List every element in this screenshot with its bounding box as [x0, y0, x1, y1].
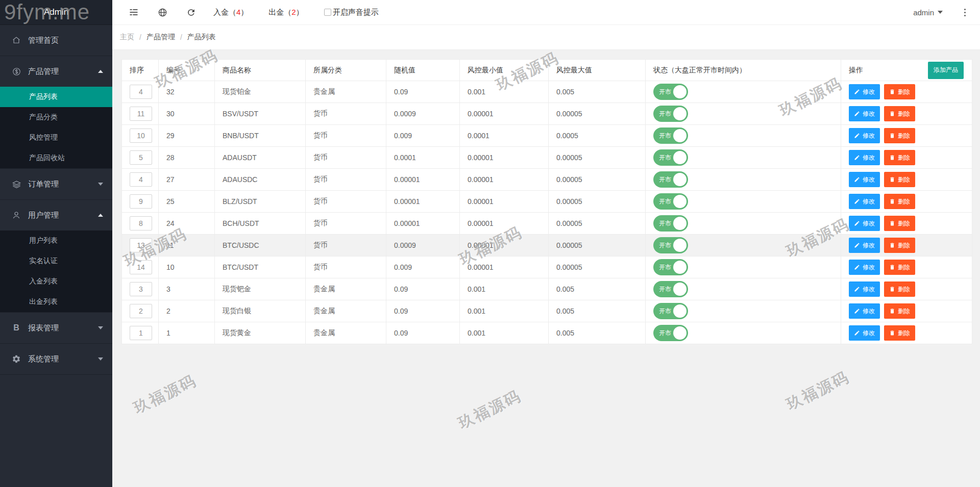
delete-button[interactable]: 删除 — [884, 172, 915, 187]
cell-risk-max: 0.005 — [549, 81, 646, 103]
status-toggle[interactable]: 开市 — [653, 106, 688, 122]
edit-button[interactable]: 修改 — [849, 128, 880, 143]
sort-input[interactable] — [130, 304, 152, 318]
sidebar-item-1[interactable]: 产品管理 — [0, 56, 112, 87]
edit-button[interactable]: 修改 — [849, 325, 880, 341]
sidebar-item-3[interactable]: 用户管理 — [0, 200, 112, 230]
sidebar-subitem[interactable]: 实名认证 — [0, 251, 112, 271]
delete-button[interactable]: 删除 — [884, 150, 915, 165]
delete-button[interactable]: 删除 — [884, 303, 915, 319]
collapse-sidebar-icon[interactable] — [128, 6, 140, 18]
delete-button[interactable]: 删除 — [884, 106, 915, 121]
status-toggle[interactable]: 开市 — [653, 281, 688, 297]
sidebar-subitem-label: 产品列表 — [29, 92, 58, 101]
pencil-icon — [854, 89, 860, 95]
cell-random: 0.0009 — [386, 103, 460, 125]
cell-risk-min: 0.0001 — [460, 125, 549, 147]
status-toggle[interactable]: 开市 — [653, 127, 688, 144]
status-toggle[interactable]: 开市 — [653, 193, 688, 210]
deposit-link[interactable]: 入金（4） — [213, 8, 248, 17]
delete-button[interactable]: 删除 — [884, 260, 915, 275]
sidebar-subitem[interactable]: 风控管理 — [0, 127, 112, 148]
user-menu[interactable]: admin — [913, 8, 943, 17]
cell-risk-min: 0.001 — [460, 278, 549, 300]
sort-input[interactable] — [130, 85, 152, 99]
edit-button[interactable]: 修改 — [849, 194, 880, 209]
delete-button[interactable]: 删除 — [884, 281, 915, 297]
sidebar-item-0[interactable]: 管理首页 — [0, 25, 112, 56]
withdraw-link[interactable]: 出金（2） — [268, 8, 303, 17]
sidebar-item-2[interactable]: 订单管理 — [0, 169, 112, 199]
edit-button[interactable]: 修改 — [849, 172, 880, 187]
edit-button[interactable]: 修改 — [849, 216, 880, 231]
cell-random: 0.009 — [386, 125, 460, 147]
table-header-row: 排序 编号 商品名称 所属分类 随机值 风控最小值 风控最大值 状态（大盘正常开… — [122, 60, 972, 81]
sort-input[interactable] — [130, 326, 152, 340]
sort-input[interactable] — [130, 194, 152, 209]
delete-button[interactable]: 删除 — [884, 238, 915, 253]
edit-button[interactable]: 修改 — [849, 260, 880, 275]
sidebar-item-4[interactable]: B报表管理 — [0, 313, 112, 343]
sort-input[interactable] — [130, 129, 152, 143]
pencil-icon — [854, 133, 860, 139]
header-risk-min: 风控最小值 — [460, 60, 549, 81]
sort-input[interactable] — [130, 238, 152, 252]
sound-alert-checkbox[interactable]: 开启声音提示 — [324, 8, 379, 17]
cell-actions: 修改删除 — [841, 169, 972, 191]
edit-button[interactable]: 修改 — [849, 281, 880, 297]
edit-button[interactable]: 修改 — [849, 238, 880, 253]
edit-button[interactable]: 修改 — [849, 84, 880, 99]
sort-input[interactable] — [130, 150, 152, 165]
breadcrumb-product-management[interactable]: 产品管理 — [146, 33, 175, 42]
status-toggle[interactable]: 开市 — [653, 84, 688, 100]
delete-button[interactable]: 删除 — [884, 216, 915, 231]
language-globe-icon[interactable] — [156, 6, 168, 18]
sort-input[interactable] — [130, 216, 152, 230]
sort-input[interactable] — [130, 172, 152, 187]
status-toggle[interactable]: 开市 — [653, 303, 688, 319]
edit-button[interactable]: 修改 — [849, 106, 880, 121]
edit-button[interactable]: 修改 — [849, 150, 880, 165]
sidebar-menu: 管理首页产品管理产品列表产品分类风控管理产品回收站订单管理用户管理用户列表实名认… — [0, 25, 112, 375]
status-toggle-label: 开市 — [659, 88, 671, 96]
cell-name: 现货钯金 — [215, 278, 306, 300]
delete-button[interactable]: 删除 — [884, 84, 915, 99]
sidebar-subitem[interactable]: 用户列表 — [0, 230, 112, 251]
toggle-knob-icon — [673, 304, 687, 318]
cell-sort — [122, 125, 159, 147]
status-toggle[interactable]: 开市 — [653, 149, 688, 166]
status-toggle[interactable]: 开市 — [653, 325, 688, 341]
sidebar-subitem[interactable]: 出金列表 — [0, 292, 112, 312]
sidebar-subitem-label: 风控管理 — [29, 133, 58, 142]
status-toggle[interactable]: 开市 — [653, 215, 688, 232]
cell-actions: 修改删除 — [841, 103, 972, 125]
edit-button[interactable]: 修改 — [849, 303, 880, 319]
add-product-button[interactable]: 添加产品 — [928, 62, 964, 79]
cell-sort — [122, 213, 159, 235]
sort-input[interactable] — [130, 107, 152, 121]
cell-sort — [122, 300, 159, 322]
more-options-icon[interactable] — [962, 7, 968, 18]
delete-button[interactable]: 删除 — [884, 325, 915, 341]
delete-button[interactable]: 删除 — [884, 128, 915, 143]
sidebar-item-5[interactable]: 系统管理 — [0, 344, 112, 374]
cell-risk-max: 0.00005 — [549, 191, 646, 213]
sidebar-subitem[interactable]: 入金列表 — [0, 271, 112, 292]
status-toggle[interactable]: 开市 — [653, 171, 688, 188]
toggle-knob-icon — [673, 107, 687, 120]
toggle-knob-icon — [673, 129, 687, 142]
status-toggle[interactable]: 开市 — [653, 237, 688, 253]
sidebar-subitem[interactable]: 产品回收站 — [0, 148, 112, 168]
sidebar-subitem[interactable]: 产品分类 — [0, 107, 112, 127]
sort-input[interactable] — [130, 282, 152, 296]
cell-category: 货币 — [306, 213, 386, 235]
cell-id: 10 — [159, 257, 215, 278]
sidebar-subitem[interactable]: 产品列表 — [0, 87, 112, 107]
refresh-icon[interactable] — [185, 6, 197, 18]
cell-name: 现货铂金 — [215, 81, 306, 103]
sort-input[interactable] — [130, 260, 152, 274]
delete-button[interactable]: 删除 — [884, 194, 915, 209]
breadcrumb-home[interactable]: 主页 — [120, 33, 134, 42]
status-toggle[interactable]: 开市 — [653, 259, 688, 275]
user-icon — [11, 210, 21, 220]
